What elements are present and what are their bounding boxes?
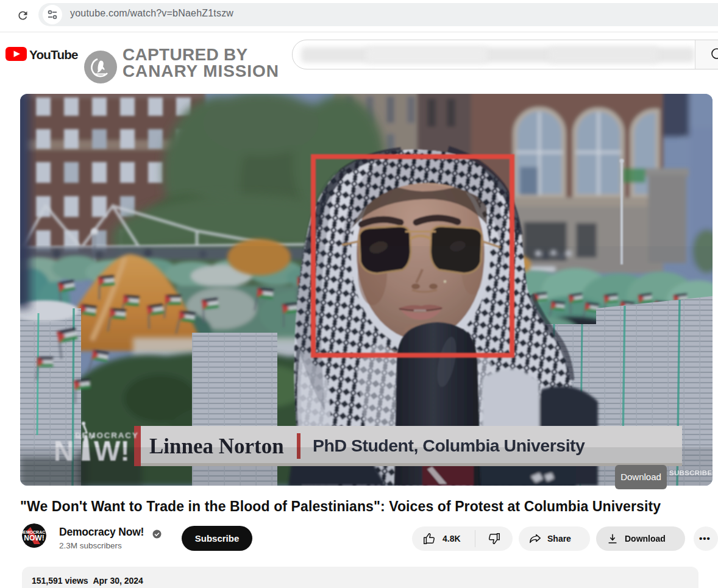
svg-text:NOW!: NOW! [24,534,44,542]
svg-text:YouTube: YouTube [29,48,78,62]
